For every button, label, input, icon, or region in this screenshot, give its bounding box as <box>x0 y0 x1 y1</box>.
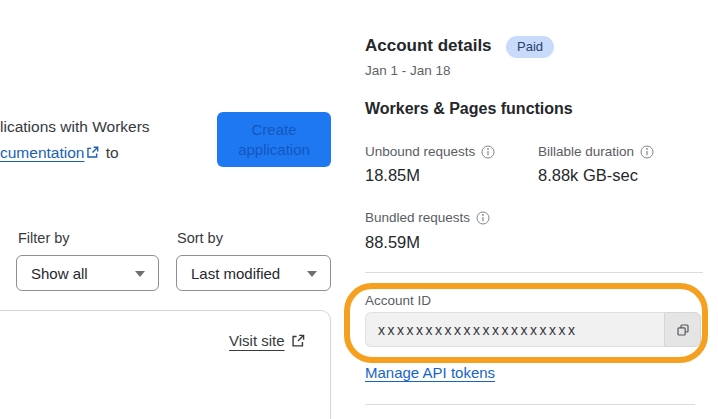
visit-site-label: Visit site <box>229 332 285 349</box>
sort-by-label: Sort by <box>177 230 223 246</box>
info-icon[interactable] <box>476 211 490 225</box>
stat-label-unbound-requests: Unbound requests <box>365 144 495 159</box>
intro-line1: lications with Workers <box>0 118 150 135</box>
plan-badge: Paid <box>506 36 554 58</box>
stat-label-text: Billable duration <box>538 144 634 159</box>
intro-line2-suffix: to <box>101 144 118 161</box>
filter-by-label: Filter by <box>18 230 70 246</box>
filter-select[interactable]: Show all <box>16 255 159 291</box>
project-card <box>0 310 331 419</box>
info-icon[interactable] <box>640 145 654 159</box>
workers-pages-dashboard: lications with Workers cumentation to Cr… <box>0 0 718 419</box>
stat-label-text: Bundled requests <box>365 210 470 225</box>
info-icon[interactable] <box>481 145 495 159</box>
account-id-label: Account ID <box>365 293 431 308</box>
functions-section-title: Workers & Pages functions <box>365 100 573 118</box>
date-range: Jan 1 - Jan 18 <box>365 63 451 78</box>
account-details-title: Account details <box>365 36 492 56</box>
chevron-down-icon <box>307 271 317 277</box>
divider <box>365 404 695 405</box>
sort-select-value: Last modified <box>191 265 280 282</box>
stat-value-bundled-requests: 88.59M <box>365 233 420 252</box>
account-id-group <box>365 312 701 347</box>
account-id-input[interactable] <box>365 312 664 347</box>
copy-icon <box>675 322 691 338</box>
stat-label-text: Unbound requests <box>365 144 475 159</box>
manage-api-tokens-link[interactable]: Manage API tokens <box>365 364 495 381</box>
external-link-icon <box>291 334 305 348</box>
stat-label-bundled-requests: Bundled requests <box>365 210 490 225</box>
intro-paragraph: lications with Workers cumentation to <box>0 114 215 167</box>
chevron-down-icon <box>135 271 145 277</box>
stat-value-billable-duration: 8.88k GB-sec <box>538 166 638 185</box>
filter-select-value: Show all <box>31 265 88 282</box>
documentation-link[interactable]: cumentation <box>0 144 84 161</box>
copy-button[interactable] <box>664 312 701 347</box>
divider <box>365 272 703 273</box>
sort-select[interactable]: Last modified <box>176 255 331 291</box>
create-application-button[interactable]: Create application <box>217 112 331 167</box>
external-link-icon <box>86 141 99 167</box>
visit-site-link[interactable]: Visit site <box>229 332 305 349</box>
stat-label-billable-duration: Billable duration <box>538 144 654 159</box>
stat-value-unbound-requests: 18.85M <box>365 166 420 185</box>
